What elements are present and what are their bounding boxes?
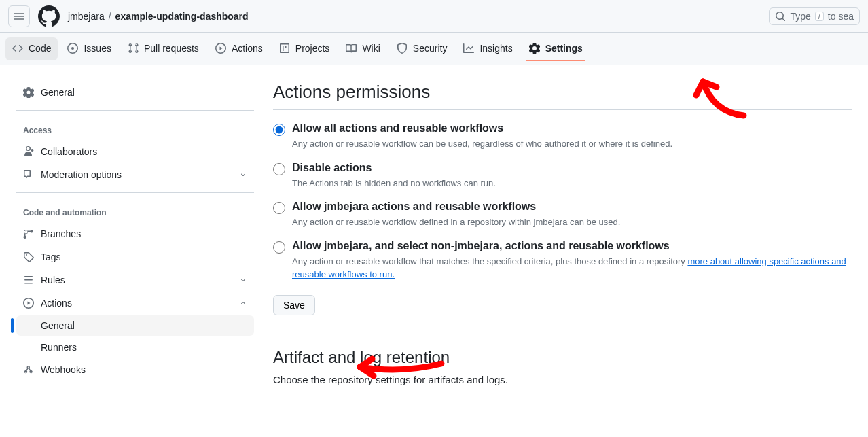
tab-projects-label: Projects: [295, 43, 330, 54]
sidebar-item-label: Rules: [41, 275, 65, 285]
settings-layout: General Access Collaborators Moderation …: [0, 65, 868, 385]
sidebar-subitem-label: General: [41, 320, 75, 331]
sidebar-item-label: Actions: [41, 298, 72, 309]
sidebar-subitem-actions-runners[interactable]: Runners: [16, 337, 254, 357]
radio-disable[interactable]: [273, 163, 285, 175]
tab-settings[interactable]: Settings: [522, 37, 590, 60]
pulls-icon: [128, 43, 139, 54]
chevron-up-icon: [239, 299, 247, 307]
breadcrumb: jmbejara / example-updating-dashboard: [68, 11, 249, 22]
tab-security-label: Security: [413, 43, 448, 54]
tab-security[interactable]: Security: [390, 37, 454, 60]
sidebar-section-access: Access: [16, 113, 254, 141]
breadcrumb-separator: /: [109, 11, 111, 22]
radio-option-allow-select: Allow jmbejara, and select non-jmbejara,…: [273, 240, 852, 281]
tag-icon: [23, 251, 34, 262]
hamburger-icon: [14, 11, 24, 22]
sidebar-item-collaborators[interactable]: Collaborators: [16, 141, 254, 162]
sidebar-item-branches[interactable]: Branches: [16, 223, 254, 245]
tab-actions-label: Actions: [232, 43, 263, 54]
tab-wiki[interactable]: Wiki: [339, 37, 386, 60]
tab-pulls-label: Pull requests: [144, 43, 199, 54]
breadcrumb-owner[interactable]: jmbejara: [68, 11, 105, 22]
page-title: Actions permissions: [273, 82, 852, 103]
divider: [273, 109, 852, 110]
section-title-artifact: Artifact and log retention: [273, 348, 852, 367]
actions-icon: [215, 43, 226, 54]
divider: [16, 192, 254, 193]
branch-icon: [23, 228, 34, 239]
page-header: jmbejara / example-updating-dashboard Ty…: [0, 0, 868, 33]
search-kbd: /: [815, 12, 824, 21]
radio-label[interactable]: Disable actions: [292, 162, 852, 174]
section-description: Choose the repository settings for artif…: [273, 374, 852, 385]
radio-allow-all[interactable]: [273, 124, 285, 136]
sidebar-item-actions[interactable]: Actions: [16, 292, 254, 314]
wiki-icon: [346, 43, 357, 54]
sidebar-subitem-label: Runners: [41, 342, 77, 353]
gear-icon: [23, 87, 34, 98]
chevron-down-icon: [239, 276, 247, 284]
issues-icon: [67, 43, 78, 54]
search-placeholder-text: Type: [790, 11, 810, 22]
sidebar-subitem-actions-general[interactable]: General: [16, 315, 254, 336]
search-icon: [775, 11, 786, 22]
radio-description-text: Any action or reusable workflow that mat…: [292, 256, 687, 266]
breadcrumb-repo[interactable]: example-updating-dashboard: [115, 11, 249, 22]
sidebar-item-general[interactable]: General: [16, 82, 254, 103]
radio-label[interactable]: Allow all actions and reusable workflows: [292, 122, 852, 135]
radio-description: Any action or reusable workflow that mat…: [292, 255, 852, 281]
tab-insights[interactable]: Insights: [456, 37, 519, 60]
chevron-down-icon: [239, 171, 247, 179]
tab-issues-label: Issues: [84, 43, 111, 54]
radio-option-allow-all: Allow all actions and reusable workflows…: [273, 122, 852, 151]
sidebar-item-webhooks[interactable]: Webhooks: [16, 359, 254, 381]
security-icon: [397, 43, 408, 54]
tab-projects[interactable]: Projects: [272, 37, 337, 60]
tab-insights-label: Insights: [480, 43, 512, 54]
tab-issues[interactable]: Issues: [60, 37, 117, 60]
settings-sidebar: General Access Collaborators Moderation …: [0, 82, 265, 385]
search-input[interactable]: Type / to sea: [769, 7, 860, 25]
sidebar-item-rules[interactable]: Rules: [16, 269, 254, 291]
radio-label[interactable]: Allow jmbejara actions and reusable work…: [292, 200, 852, 213]
projects-icon: [279, 43, 290, 54]
radio-allow-select[interactable]: [273, 241, 285, 254]
permissions-radio-group: Allow all actions and reusable workflows…: [273, 122, 852, 281]
sidebar-item-label: Webhooks: [41, 364, 86, 375]
radio-option-allow-owner: Allow jmbejara actions and reusable work…: [273, 200, 852, 229]
sidebar-item-label: Collaborators: [41, 146, 97, 157]
repo-nav: Code Issues Pull requests Actions Projec…: [0, 33, 868, 65]
github-logo-icon[interactable]: [38, 5, 60, 27]
radio-description: The Actions tab is hidden and no workflo…: [292, 177, 852, 190]
hamburger-menu-button[interactable]: [8, 5, 30, 27]
settings-icon: [529, 43, 540, 54]
search-suffix-text: to sea: [828, 11, 854, 22]
tab-code[interactable]: Code: [5, 37, 58, 60]
svg-point-0: [71, 47, 74, 50]
actions-play-icon: [23, 298, 34, 309]
insights-icon: [463, 43, 474, 54]
people-icon: [23, 146, 34, 157]
tab-settings-label: Settings: [545, 43, 583, 54]
divider: [16, 110, 254, 111]
radio-description: Any action or reusable workflow defined …: [292, 215, 852, 229]
rules-icon: [23, 275, 34, 285]
sidebar-item-label: Moderation options: [41, 169, 122, 180]
radio-description: Any action or reusable workflow can be u…: [292, 137, 852, 151]
radio-option-disable: Disable actions The Actions tab is hidde…: [273, 162, 852, 190]
tab-code-label: Code: [29, 43, 51, 54]
radio-label[interactable]: Allow jmbejara, and select non-jmbejara,…: [292, 240, 852, 252]
tab-pulls[interactable]: Pull requests: [121, 37, 206, 60]
sidebar-section-code: Code and automation: [16, 196, 254, 223]
webhook-icon: [23, 364, 34, 375]
moderation-icon: [23, 169, 34, 180]
tab-wiki-label: Wiki: [362, 43, 380, 54]
sidebar-item-label: Tags: [41, 251, 61, 262]
sidebar-item-tags[interactable]: Tags: [16, 246, 254, 268]
radio-allow-owner[interactable]: [273, 202, 285, 214]
save-button[interactable]: Save: [273, 295, 315, 315]
sidebar-item-label: General: [41, 87, 75, 98]
sidebar-item-moderation[interactable]: Moderation options: [16, 164, 254, 186]
tab-actions[interactable]: Actions: [209, 37, 270, 60]
